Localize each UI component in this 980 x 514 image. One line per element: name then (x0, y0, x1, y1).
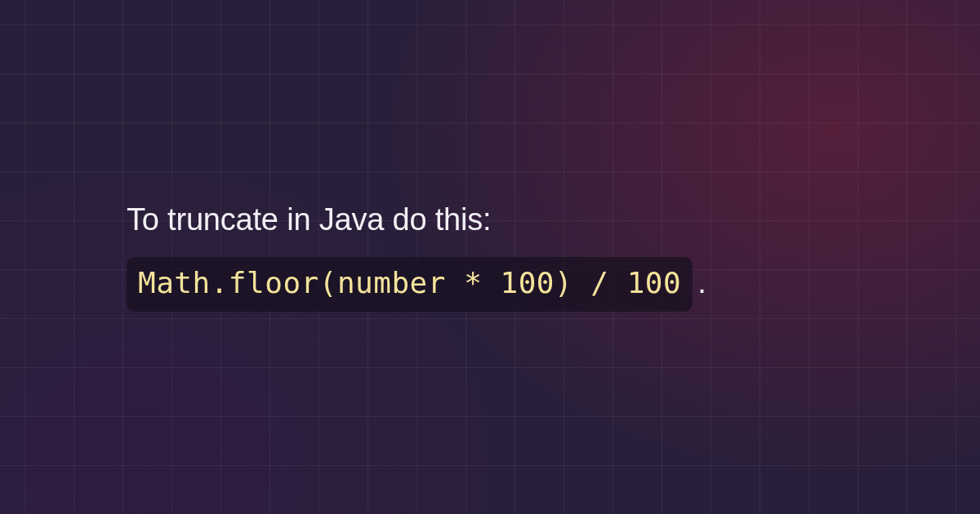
trailing-period: . (697, 265, 706, 299)
content-container: To truncate in Java do this: Math.floor(… (0, 0, 980, 514)
code-line: Math.floor(number * 100) / 100. (127, 257, 898, 311)
inline-code-snippet: Math.floor(number * 100) / 100 (127, 257, 693, 311)
description-text: To truncate in Java do this: (127, 202, 898, 237)
